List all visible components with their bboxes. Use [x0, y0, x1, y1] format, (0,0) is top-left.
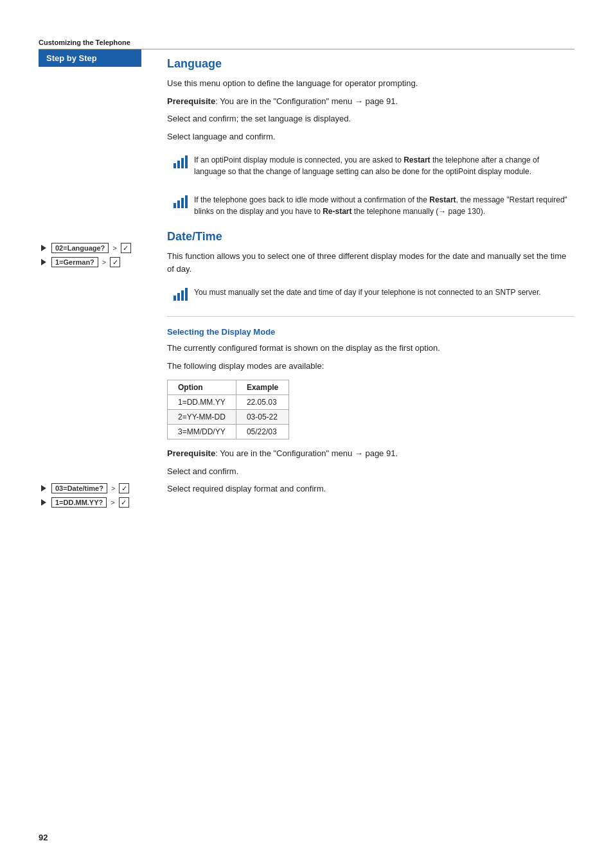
- language-note1: If an optiPoint display module is connec…: [167, 149, 574, 182]
- prerequisite-text-lang: : You are in the "Configuration" menu → …: [215, 96, 398, 106]
- sidebar: Step by Step 02=Language? > ✓ 1=German? …: [39, 49, 167, 511]
- control-label-lang-1[interactable]: 1=German?: [51, 257, 98, 267]
- table-row: 1=DD.MM.YY 22.05.03: [168, 395, 289, 410]
- language-note2: If the telephone goes back to idle mode …: [167, 189, 574, 222]
- vertical-bars-3: [173, 288, 188, 301]
- bar4b: [185, 195, 188, 208]
- play-icon-lang-1[interactable]: [39, 257, 49, 267]
- check-box-date-1[interactable]: ✓: [119, 497, 129, 508]
- main-layout: Step by Step 02=Language? > ✓ 1=German? …: [39, 49, 574, 511]
- check-box-lang-02[interactable]: ✓: [121, 243, 131, 253]
- language-title: Language: [167, 57, 574, 71]
- display-mode-step1: Select and confirm.: [167, 465, 574, 478]
- note-icon-1: [173, 154, 188, 177]
- arrow-right-date-03: >: [111, 484, 115, 492]
- play-icon-lang-02[interactable]: [39, 243, 49, 253]
- bar2: [177, 161, 180, 168]
- control-label-lang-02[interactable]: 02=Language?: [51, 243, 109, 253]
- prerequisite-label-date: Prerequisite: [167, 448, 215, 458]
- control-label-date-1[interactable]: 1=DD.MM.YY?: [51, 497, 107, 508]
- table-cell-option-1: 1=DD.MM.YY: [168, 395, 236, 410]
- datetime-intro: This function allows you to select one o…: [167, 250, 574, 275]
- language-step2: Select language and confirm.: [167, 130, 574, 143]
- arrow-right-lang-02: >: [112, 244, 116, 252]
- table-cell-example-3: 05/22/03: [236, 425, 289, 439]
- play-icon-date-03[interactable]: [39, 483, 49, 493]
- divider-display-mode: [167, 316, 574, 317]
- prerequisite-text-date: : You are in the "Configuration" menu → …: [215, 448, 398, 458]
- page: Customizing the Telephone Step by Step 0…: [0, 0, 613, 868]
- note-text-3: You must manually set the date and time …: [194, 287, 541, 301]
- check-box-date-03[interactable]: ✓: [119, 483, 129, 493]
- note-icon-2: [173, 194, 188, 217]
- arrow-right-date-1: >: [111, 499, 114, 506]
- bar1c: [173, 296, 176, 301]
- content: Language Use this menu option to define …: [167, 49, 574, 511]
- bar3: [181, 158, 184, 168]
- note-text-1: If an optiPoint display module is connec…: [194, 154, 568, 177]
- note-text-2: If the telephone goes back to idle mode …: [194, 194, 568, 217]
- display-mode-desc2: The following display modes are availabl…: [167, 360, 574, 373]
- language-prerequisite: Prerequisite: You are in the "Configurat…: [167, 95, 574, 108]
- bar3b: [181, 198, 184, 208]
- bar3c: [181, 290, 184, 301]
- vertical-bars-2: [173, 195, 188, 208]
- bar1b: [173, 203, 176, 208]
- section-header: Customizing the Telephone: [39, 39, 574, 49]
- table-cell-example-1: 22.05.03: [236, 395, 289, 410]
- options-table: Option Example 1=DD.MM.YY 22.05.03 2=YY-…: [167, 380, 289, 439]
- note-icon-3: [173, 287, 188, 301]
- table-cell-option-2: 2=YY-MM-DD: [168, 410, 236, 425]
- control-label-date-03[interactable]: 03=Date/time?: [51, 483, 107, 493]
- table-header-example: Example: [236, 380, 289, 395]
- step-by-step-box: Step by Step: [39, 49, 141, 67]
- control-row-lang-1: 1=German? > ✓: [39, 257, 154, 267]
- datetime-note: You must manually set the date and time …: [167, 281, 574, 306]
- bar4c: [185, 288, 188, 301]
- table-row: 3=MM/DD/YY 05/22/03: [168, 425, 289, 439]
- control-row-date-1: 1=DD.MM.YY? > ✓: [39, 497, 154, 508]
- arrow-right-lang-1: >: [102, 258, 106, 266]
- bar2b: [177, 200, 180, 208]
- display-mode-prerequisite: Prerequisite: You are in the "Configurat…: [167, 447, 574, 460]
- page-number: 92: [39, 833, 48, 842]
- datetime-title: Date/Time: [167, 230, 574, 244]
- language-intro: Use this menu option to define the langu…: [167, 77, 574, 90]
- table-cell-example-2: 03-05-22: [236, 410, 289, 425]
- table-cell-option-3: 3=MM/DD/YY: [168, 425, 236, 439]
- bar2c: [177, 293, 180, 301]
- display-mode-step2: Select required display format and confi…: [167, 483, 574, 495]
- control-row-date-03: 03=Date/time? > ✓: [39, 483, 154, 493]
- table-row: 2=YY-MM-DD 03-05-22: [168, 410, 289, 425]
- table-header-option: Option: [168, 380, 236, 395]
- prerequisite-label-lang: Prerequisite: [167, 96, 215, 106]
- bar1: [173, 163, 176, 168]
- language-step1: Select and confirm; the set language is …: [167, 112, 574, 125]
- check-box-lang-1[interactable]: ✓: [110, 257, 120, 267]
- play-icon-date-1[interactable]: [39, 497, 49, 508]
- display-mode-desc1: The currently configured format is shown…: [167, 342, 574, 355]
- bar4: [185, 155, 188, 168]
- display-mode-title: Selecting the Display Mode: [167, 327, 574, 337]
- control-row-lang-02: 02=Language? > ✓: [39, 243, 154, 253]
- vertical-bars-1: [173, 155, 188, 168]
